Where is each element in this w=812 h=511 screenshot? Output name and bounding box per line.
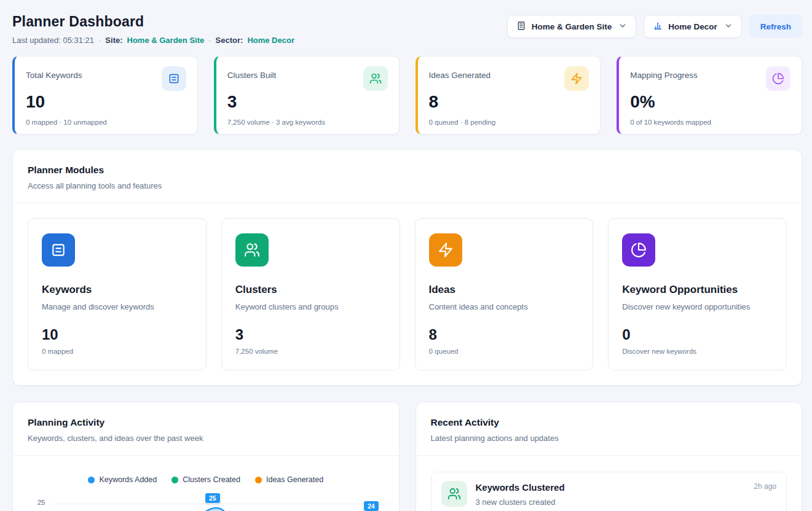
recent-activity-list: Keywords Clustered 3 new clusters create… bbox=[416, 456, 802, 511]
site-link[interactable]: Home & Garden Site bbox=[127, 36, 205, 45]
legend-label: Ideas Generated bbox=[266, 475, 323, 484]
module-value: 10 bbox=[42, 326, 192, 343]
stat-value: 3 bbox=[227, 92, 388, 112]
module-subtext: Discover new keywords bbox=[622, 348, 773, 355]
recent-item-title: Keywords Clustered bbox=[476, 482, 565, 493]
planning-activity-title: Planning Activity bbox=[28, 417, 384, 428]
site-selector-dropdown[interactable]: Home & Garden Site bbox=[507, 15, 637, 38]
refresh-button[interactable]: Refresh bbox=[749, 15, 802, 38]
module-value: 0 bbox=[622, 326, 773, 343]
module-description: Content ideas and concepts bbox=[429, 302, 580, 311]
stat-value: 0% bbox=[630, 92, 790, 112]
module-title: Clusters bbox=[235, 284, 386, 296]
header-meta: Last updated: 05:31:21 · Site: Home & Ga… bbox=[12, 36, 294, 45]
module-title: Ideas bbox=[429, 284, 580, 296]
page-header: Planner Dashboard Last updated: 05:31:21… bbox=[0, 0, 812, 55]
stat-subtext: 7,250 volume · 3 avg keywords bbox=[227, 119, 388, 126]
activity-chart: 25 25 24 bbox=[13, 488, 399, 511]
recent-activity-header: Recent Activity Latest planning actions … bbox=[416, 402, 802, 455]
chart-legend: Keywords Added Clusters Created Ideas Ge… bbox=[13, 475, 399, 484]
page-title: Planner Dashboard bbox=[12, 14, 294, 30]
zap-icon bbox=[429, 233, 462, 267]
stat-head: Mapping Progress bbox=[630, 66, 790, 91]
recent-activity-panel: Recent Activity Latest planning actions … bbox=[416, 402, 803, 511]
legend-label: Keywords Added bbox=[99, 475, 157, 484]
module-subtext: 0 queued bbox=[429, 348, 580, 355]
stat-card-mapping-progress: Mapping Progress 0% 0 of 10 keywords map… bbox=[617, 56, 802, 135]
stat-label: Mapping Progress bbox=[630, 71, 698, 80]
recent-item-timestamp: 2h ago bbox=[754, 482, 776, 491]
recent-activity-item: Keywords Clustered 3 new clusters create… bbox=[431, 472, 787, 511]
modules-grid: Keywords Manage and discover keywords 10… bbox=[13, 203, 802, 385]
stat-head: Clusters Built bbox=[227, 66, 388, 91]
header-left: Planner Dashboard Last updated: 05:31:21… bbox=[12, 14, 294, 45]
planner-modules-section: Planner Modules Access all planning tool… bbox=[12, 149, 802, 386]
legend-item-ideas-generated: Ideas Generated bbox=[255, 475, 323, 484]
last-updated-text: Last updated: 05:31:21 bbox=[12, 36, 94, 45]
planning-activity-header: Planning Activity Keywords, clusters, an… bbox=[13, 402, 399, 455]
legend-dot-blue bbox=[88, 477, 95, 483]
legend-dot-green bbox=[171, 477, 178, 483]
legend-item-clusters-created: Clusters Created bbox=[171, 475, 240, 484]
site-selector-label: Home & Garden Site bbox=[532, 22, 612, 31]
modules-title: Planner Modules bbox=[28, 165, 787, 176]
recent-item-text: Keywords Clustered 3 new clusters create… bbox=[476, 481, 565, 507]
planning-activity-subtitle: Keywords, clusters, and ideas over the p… bbox=[28, 434, 384, 443]
sector-link[interactable]: Home Decor bbox=[247, 36, 294, 45]
list-icon bbox=[162, 66, 186, 91]
recent-activity-subtitle: Latest planning actions and updates bbox=[431, 434, 787, 443]
stat-subtext: 0 mapped · 10 unmapped bbox=[26, 119, 186, 126]
module-card-keywords[interactable]: Keywords Manage and discover keywords 10… bbox=[28, 218, 207, 370]
stat-subtext: 0 queued · 8 pending bbox=[429, 119, 589, 126]
module-subtext: 7,250 volume bbox=[235, 348, 386, 355]
legend-item-keywords-added: Keywords Added bbox=[88, 475, 157, 484]
sector-selector-dropdown[interactable]: Home Decor bbox=[644, 15, 742, 38]
stat-label: Ideas Generated bbox=[429, 71, 491, 80]
modules-subtitle: Access all planning tools and features bbox=[28, 181, 787, 190]
stat-card-ideas-generated: Ideas Generated 8 0 queued · 8 pending bbox=[416, 56, 601, 135]
sector-label: Sector: bbox=[216, 36, 243, 45]
legend-label: Clusters Created bbox=[183, 475, 240, 484]
users-icon bbox=[441, 481, 467, 507]
bottom-row: Planning Activity Keywords, clusters, an… bbox=[12, 402, 802, 511]
stat-label: Total Keywords bbox=[26, 71, 82, 80]
list-icon bbox=[42, 233, 75, 267]
header-controls: Home & Garden Site Home Decor Refresh bbox=[507, 15, 802, 38]
stat-card-clusters-built: Clusters Built 3 7,250 volume · 3 avg ke… bbox=[214, 56, 400, 135]
stat-label: Clusters Built bbox=[227, 71, 277, 80]
module-title: Keywords bbox=[42, 284, 192, 296]
module-card-clusters[interactable]: Clusters Keyword clusters and groups 3 7… bbox=[221, 218, 400, 370]
chevron-down-icon bbox=[724, 21, 733, 32]
chevron-down-icon bbox=[618, 21, 627, 32]
planning-activity-panel: Planning Activity Keywords, clusters, an… bbox=[12, 402, 400, 511]
module-description: Manage and discover keywords bbox=[42, 302, 192, 311]
module-value: 3 bbox=[235, 326, 386, 343]
site-label: Site: bbox=[105, 36, 122, 45]
zap-icon bbox=[564, 66, 589, 91]
bar-chart-icon bbox=[653, 21, 663, 33]
stats-row: Total Keywords 10 0 mapped · 10 unmapped… bbox=[0, 55, 812, 135]
stat-subtext: 0 of 10 keywords mapped bbox=[630, 119, 790, 126]
stat-head: Ideas Generated bbox=[429, 66, 589, 91]
module-title: Keyword Opportunities bbox=[622, 284, 773, 296]
stat-value: 10 bbox=[26, 92, 186, 112]
stat-card-total-keywords: Total Keywords 10 0 mapped · 10 unmapped bbox=[12, 56, 198, 135]
meta-separator: · bbox=[98, 36, 101, 45]
recent-item-description: 3 new clusters created bbox=[476, 497, 565, 507]
module-description: Discover new keyword opportunities bbox=[622, 302, 773, 311]
sector-selector-label: Home Decor bbox=[668, 22, 717, 31]
meta-separator: · bbox=[208, 36, 211, 45]
module-subtext: 0 mapped bbox=[42, 348, 192, 355]
data-point-label: 24 bbox=[363, 501, 379, 511]
pie-chart-icon bbox=[622, 233, 655, 267]
module-card-ideas[interactable]: Ideas Content ideas and concepts 8 0 que… bbox=[415, 218, 594, 370]
users-icon bbox=[235, 233, 269, 267]
building-icon bbox=[516, 21, 526, 33]
divider bbox=[13, 455, 399, 456]
users-icon bbox=[363, 66, 388, 91]
module-card-keyword-opportunities[interactable]: Keyword Opportunities Discover new keywo… bbox=[608, 218, 787, 370]
recent-activity-title: Recent Activity bbox=[431, 417, 787, 428]
planner-dashboard-page: Planner Dashboard Last updated: 05:31:21… bbox=[0, 0, 812, 511]
pie-chart-icon bbox=[766, 66, 790, 91]
module-value: 8 bbox=[429, 326, 580, 343]
